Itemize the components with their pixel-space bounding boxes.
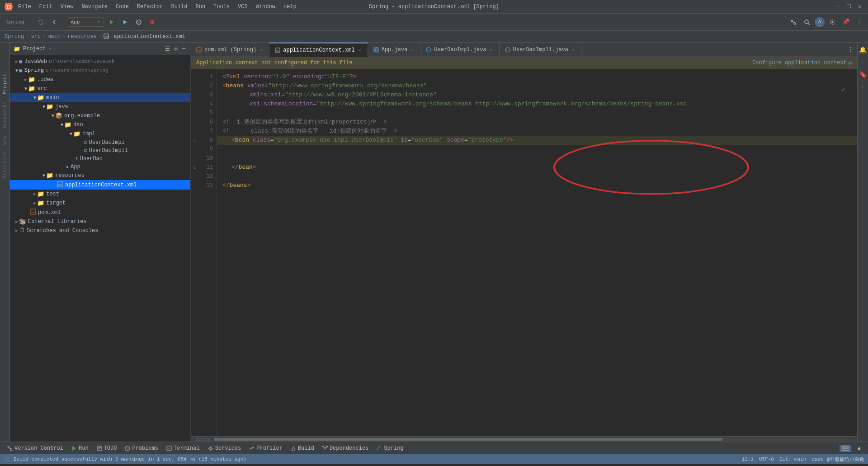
menu-build[interactable]: Build bbox=[167, 3, 191, 11]
fold-mark-1[interactable] bbox=[191, 72, 199, 81]
code-editor[interactable]: ⊟ ⊟ 1 2 3 4 5 6 7 8 bbox=[191, 69, 857, 436]
toolbar-stop-btn[interactable] bbox=[146, 18, 158, 27]
tree-item-appcontext[interactable]: xml applicationContext.xml bbox=[10, 180, 190, 190]
menu-file[interactable]: File bbox=[14, 3, 35, 11]
tree-item-spring[interactable]: ▼ ◼ Spring D:\Users\Admin\Spring bbox=[10, 66, 190, 75]
right-sidebar-problems[interactable]: ⚠ bbox=[859, 57, 866, 68]
tree-item-scratches[interactable]: ▶ 🗒 Scratches and Consoles bbox=[10, 226, 190, 235]
tree-item-src[interactable]: ▼ 📁 src bbox=[10, 84, 190, 93]
toolbar-search-everywhere[interactable] bbox=[801, 18, 813, 27]
tab-userdaoimpl1-close[interactable]: ✕ bbox=[571, 47, 576, 53]
menu-code[interactable]: Code bbox=[112, 3, 132, 11]
bottom-tab-services[interactable]: Services bbox=[204, 444, 245, 452]
breadcrumb-src[interactable]: src bbox=[31, 33, 41, 40]
toolbar-sync-btn[interactable] bbox=[35, 18, 47, 27]
menu-window[interactable]: Window bbox=[252, 3, 279, 11]
tree-item-target[interactable]: ▶ 📁 target bbox=[10, 199, 190, 208]
tree-item-userdaoimpl[interactable]: C UserDaoImpl bbox=[10, 138, 190, 147]
status-line-ending[interactable]: Git: main bbox=[779, 456, 806, 462]
left-tab-project[interactable]: Project bbox=[1, 70, 9, 98]
left-tab-bookmarks[interactable]: Bookmarks bbox=[1, 98, 9, 132]
bottom-tab-build[interactable]: Build bbox=[287, 444, 318, 452]
tab-appcontext[interactable]: xml applicationContext.xml ✕ bbox=[269, 43, 368, 57]
right-sidebar-checklist[interactable]: ✓ bbox=[859, 81, 866, 92]
tree-item-impl[interactable]: ▼ 📁 impl bbox=[10, 129, 190, 138]
menu-help[interactable]: Help bbox=[280, 3, 300, 11]
sidebar-collapse-all[interactable]: ☰ bbox=[164, 45, 171, 53]
toolbar-settings-btn[interactable] bbox=[826, 18, 838, 27]
tree-item-org-example[interactable]: ▼ 📦 org.example bbox=[10, 111, 190, 120]
fold-mark-4[interactable] bbox=[191, 100, 199, 109]
tab-userdaoimpl[interactable]: C UserDaoImpl.java ✕ bbox=[420, 43, 499, 57]
horizontal-scrollbar[interactable] bbox=[214, 438, 850, 441]
toolbar-debug-btn[interactable] bbox=[119, 18, 131, 27]
right-sidebar-notifications[interactable]: 🔔 bbox=[857, 44, 868, 56]
configure-context-link[interactable]: Configure application context ⚙ bbox=[752, 60, 852, 67]
bottom-tab-problems[interactable]: ! Problems bbox=[121, 444, 162, 452]
tree-item-pom[interactable]: pom pom.xml bbox=[10, 208, 190, 217]
status-encoding[interactable]: UTF-8 bbox=[759, 456, 774, 462]
fold-mark-6[interactable] bbox=[191, 118, 199, 127]
bottom-tab-vcs[interactable]: Version Control bbox=[4, 444, 67, 452]
menu-view[interactable]: View bbox=[57, 3, 77, 11]
tab-userdaoimpl1[interactable]: C UserDaoImpl1.java ✕ bbox=[500, 43, 581, 57]
toolbar-pin-btn[interactable]: 📌 bbox=[840, 17, 852, 27]
fold-mark-2[interactable] bbox=[191, 81, 199, 90]
tree-item-java[interactable]: ▼ 📁 java bbox=[10, 102, 190, 111]
toolbar-app-config[interactable]: App ▾ bbox=[68, 17, 104, 27]
left-tab-structure[interactable]: Structure bbox=[1, 148, 9, 182]
tree-item-test[interactable]: ▶ 📁 test bbox=[10, 190, 190, 199]
fold-mark-7[interactable] bbox=[191, 127, 199, 136]
fold-mark-9[interactable] bbox=[191, 145, 199, 154]
menu-tools[interactable]: Tools bbox=[210, 3, 233, 11]
tree-item-userdaoimpl1[interactable]: C UserDaoImpl1 bbox=[10, 147, 190, 155]
tree-item-ext-libs[interactable]: ▶ 📚 External Libraries bbox=[10, 217, 190, 226]
breadcrumb-main[interactable]: main bbox=[47, 33, 61, 40]
bottom-tab-run[interactable]: Run bbox=[68, 444, 92, 452]
tab-userdaoimpl-close[interactable]: ✕ bbox=[489, 47, 494, 53]
tab-app[interactable]: J App.java ✕ bbox=[368, 43, 421, 57]
tree-item-main[interactable]: ▼ 📁 main bbox=[10, 93, 190, 102]
fold-mark-8[interactable]: ⊟ bbox=[191, 136, 199, 145]
toolbar-coverage-btn[interactable] bbox=[133, 18, 145, 27]
tree-item-userdao[interactable]: I UserDao bbox=[10, 155, 190, 163]
dropdown-arrow[interactable]: ▾ bbox=[48, 46, 52, 52]
fold-mark-5[interactable] bbox=[191, 109, 199, 118]
bottom-tab-todo[interactable]: TODO bbox=[93, 444, 121, 452]
sidebar-minimize[interactable]: ─ bbox=[181, 45, 187, 53]
status-position[interactable]: 12:1 bbox=[742, 456, 754, 462]
fold-mark-12[interactable] bbox=[191, 172, 199, 181]
tree-item-idea[interactable]: ▶ 📁 .idea bbox=[10, 75, 190, 84]
tab-appcontext-close[interactable]: ✕ bbox=[358, 47, 362, 53]
tab-more-button[interactable]: ⋮ bbox=[844, 46, 857, 53]
left-tab-web[interactable]: Web bbox=[1, 132, 9, 148]
fold-mark-13[interactable] bbox=[191, 181, 199, 190]
menu-vcs[interactable]: VCS bbox=[234, 3, 251, 11]
expand-btn[interactable]: ▲ bbox=[854, 444, 864, 452]
right-sidebar-bookmarks[interactable]: 🔖 bbox=[857, 69, 868, 80]
tab-pom[interactable]: pom pom.xml (Spring) ✕ bbox=[191, 43, 269, 57]
menu-refactor[interactable]: Refactor bbox=[133, 3, 167, 11]
toolbar-more-btn[interactable]: ⋮ bbox=[854, 18, 864, 26]
menu-run[interactable]: Run bbox=[192, 3, 209, 11]
tab-app-close[interactable]: ✕ bbox=[410, 47, 415, 53]
sidebar-settings[interactable]: ⚙ bbox=[173, 45, 179, 53]
breadcrumb-resources[interactable]: resources bbox=[67, 33, 97, 40]
bottom-tab-spring[interactable]: Spring bbox=[373, 444, 407, 452]
fold-mark-3[interactable] bbox=[191, 90, 199, 100]
maximize-button[interactable]: □ bbox=[845, 3, 852, 10]
breadcrumb-spring[interactable]: Spring bbox=[5, 33, 24, 40]
minimize-button[interactable]: − bbox=[834, 3, 841, 10]
tree-item-resources[interactable]: ▼ 📁 resources bbox=[10, 171, 190, 180]
close-button[interactable]: ✕ bbox=[856, 3, 863, 10]
fold-mark-10[interactable] bbox=[191, 154, 199, 163]
tree-item-app[interactable]: ● App bbox=[10, 163, 190, 171]
tab-pom-close[interactable]: ✕ bbox=[259, 47, 264, 53]
toolbar-run-btn[interactable] bbox=[106, 18, 118, 27]
toolbar-back-btn[interactable] bbox=[48, 18, 60, 27]
toolbar-git-btn[interactable] bbox=[788, 18, 799, 27]
layout-toggle[interactable] bbox=[840, 445, 851, 452]
toolbar-user-avatar[interactable]: A bbox=[815, 17, 825, 27]
menu-navigate[interactable]: Navigate bbox=[78, 3, 111, 11]
code-content[interactable]: <?xml version="1.0" encoding="UTF-8" ?> … bbox=[217, 69, 857, 436]
